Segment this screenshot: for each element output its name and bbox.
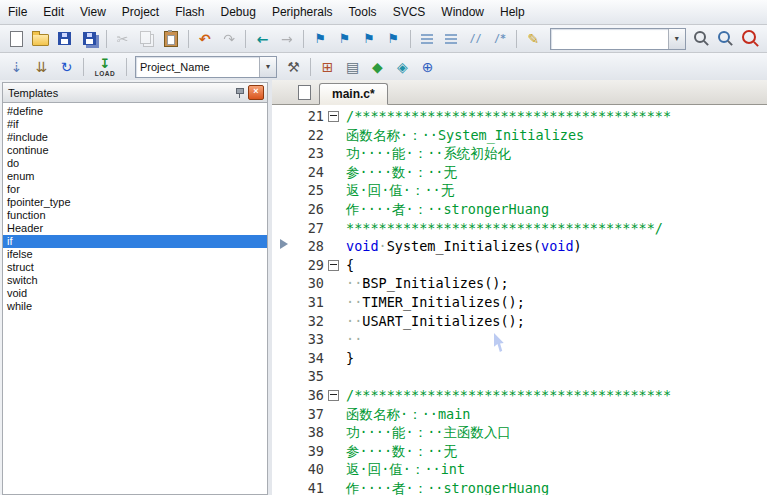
fold-column[interactable]: [324, 163, 342, 182]
template-item[interactable]: while: [3, 300, 267, 313]
fold-column[interactable]: [324, 423, 342, 442]
fold-column[interactable]: [324, 126, 342, 145]
save-button[interactable]: [54, 27, 76, 50]
template-item[interactable]: #include: [3, 131, 267, 144]
find-in-files-button[interactable]: [715, 27, 737, 50]
manage-rte-button[interactable]: ◆: [366, 55, 389, 78]
books-button[interactable]: ▤: [341, 55, 364, 78]
incremental-find-button[interactable]: [691, 27, 713, 50]
cut-button[interactable]: ✂: [112, 27, 134, 50]
pack-installer-button[interactable]: ⊕: [416, 55, 439, 78]
find-button[interactable]: ✎: [522, 27, 544, 50]
fold-column[interactable]: [324, 312, 342, 331]
template-item[interactable]: struct: [3, 261, 267, 274]
fold-column[interactable]: [324, 386, 342, 405]
build-button[interactable]: ⇊: [30, 55, 53, 78]
code-line[interactable]: 33 ··: [272, 330, 767, 349]
menu-peripherals[interactable]: Peripherals: [264, 0, 341, 24]
navigate-forward-button[interactable]: →: [276, 27, 298, 50]
paste-button[interactable]: [160, 27, 182, 50]
template-item[interactable]: continue: [3, 144, 267, 157]
translate-button[interactable]: ⇣: [5, 55, 28, 78]
open-file-button[interactable]: [29, 27, 51, 50]
code-line[interactable]: 36 /************************************…: [272, 386, 767, 405]
fold-column[interactable]: [324, 460, 342, 479]
uncomment-button[interactable]: /*: [489, 27, 511, 50]
indent-button[interactable]: [440, 27, 462, 50]
menu-svcs[interactable]: SVCS: [385, 0, 434, 24]
fold-minus-icon[interactable]: [328, 390, 339, 401]
outdent-button[interactable]: [416, 27, 438, 50]
target-combobox[interactable]: Project_Name ▾: [135, 56, 277, 78]
bookmark-next-button[interactable]: ⚑: [358, 27, 380, 50]
code-line[interactable]: 31 ··TIMER_Initializes();: [272, 293, 767, 312]
fold-column[interactable]: [324, 367, 342, 386]
template-item[interactable]: Header: [3, 222, 267, 235]
menu-view[interactable]: View: [72, 0, 114, 24]
rebuild-button[interactable]: ↻: [55, 55, 78, 78]
tab-main-c[interactable]: main.c*: [319, 83, 388, 105]
code-line[interactable]: 24 参····数·：··无: [272, 163, 767, 182]
code-line[interactable]: 37 函数名称·：··main: [272, 405, 767, 424]
menu-help[interactable]: Help: [492, 0, 533, 24]
code-line[interactable]: 39 参····数·：··无: [272, 442, 767, 461]
debug-session-button[interactable]: [740, 27, 762, 50]
new-file-button[interactable]: [5, 27, 27, 50]
code-line[interactable]: 35: [272, 367, 767, 386]
code-line[interactable]: 40 返·回·值·：··int: [272, 460, 767, 479]
fold-column[interactable]: [324, 274, 342, 293]
comment-button[interactable]: //: [464, 27, 486, 50]
template-item[interactable]: #define: [3, 105, 267, 118]
code-line[interactable]: 25 返·回·值·：··无: [272, 181, 767, 200]
code-line[interactable]: 27 *************************************…: [272, 219, 767, 238]
menu-file[interactable]: File: [0, 0, 35, 24]
bookmark-prev-button[interactable]: ⚑: [334, 27, 356, 50]
fold-column[interactable]: [324, 442, 342, 461]
menu-project[interactable]: Project: [114, 0, 167, 24]
fold-column[interactable]: [324, 237, 342, 256]
fold-column[interactable]: [324, 107, 342, 126]
menu-debug[interactable]: Debug: [213, 0, 264, 24]
code-line[interactable]: 30 ··BSP_Initializes();: [272, 274, 767, 293]
fold-column[interactable]: [324, 405, 342, 424]
code-line[interactable]: 38 功····能·：··主函数入口: [272, 423, 767, 442]
code-line[interactable]: 29 {: [272, 256, 767, 275]
search-dropdown-button[interactable]: ▾: [668, 29, 685, 49]
code-line[interactable]: 28 void·System_Initializes(void): [272, 237, 767, 256]
pin-icon[interactable]: [235, 87, 244, 98]
menu-edit[interactable]: Edit: [35, 0, 72, 24]
bookmark-toggle-button[interactable]: ⚑: [309, 27, 331, 50]
options-target-button[interactable]: ⚒: [282, 55, 305, 78]
menu-flash[interactable]: Flash: [167, 0, 212, 24]
template-item[interactable]: fpointer_type: [3, 196, 267, 209]
manage-items-button[interactable]: ⊞: [316, 55, 339, 78]
save-all-button[interactable]: [78, 27, 100, 50]
template-item[interactable]: switch: [3, 274, 267, 287]
fold-column[interactable]: [324, 219, 342, 238]
fold-column[interactable]: [324, 293, 342, 312]
fold-column[interactable]: [324, 144, 342, 163]
close-panel-button[interactable]: ×: [248, 85, 264, 100]
code-line[interactable]: 34 }: [272, 349, 767, 368]
template-item[interactable]: for: [3, 183, 267, 196]
code-area[interactable]: 21 /************************************…: [272, 105, 767, 495]
template-item[interactable]: #if: [3, 118, 267, 131]
fold-column[interactable]: [324, 256, 342, 275]
fold-column[interactable]: [324, 479, 342, 495]
fold-column[interactable]: [324, 200, 342, 219]
template-item[interactable]: do: [3, 157, 267, 170]
fold-column[interactable]: [324, 349, 342, 368]
code-line[interactable]: 26 作····者·：··strongerHuang: [272, 200, 767, 219]
code-line[interactable]: 21 /************************************…: [272, 107, 767, 126]
menu-window[interactable]: Window: [433, 0, 492, 24]
fold-minus-icon[interactable]: [328, 260, 339, 271]
template-item[interactable]: if: [3, 235, 267, 248]
undo-button[interactable]: ↶: [194, 27, 216, 50]
menu-tools[interactable]: Tools: [341, 0, 385, 24]
code-line[interactable]: 22 函数名称·：··System_Initializes: [272, 126, 767, 145]
fold-column[interactable]: [324, 330, 342, 349]
download-button[interactable]: ↧ LOAD: [89, 55, 121, 78]
target-dropdown-button[interactable]: ▾: [259, 57, 276, 77]
search-combobox[interactable]: ▾: [550, 28, 686, 50]
code-line[interactable]: 41 作····者·：··strongerHuang: [272, 479, 767, 495]
